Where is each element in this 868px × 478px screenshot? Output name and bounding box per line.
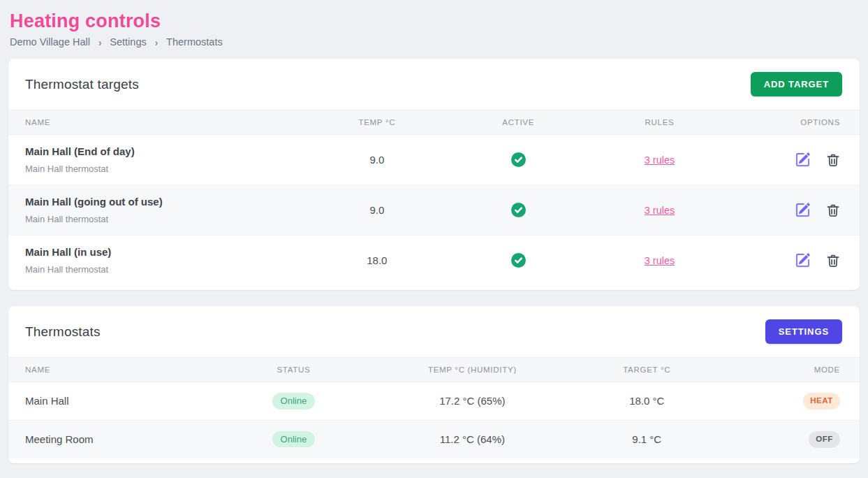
table-row: Meeting Room Online 11.2 °C (64%) 9.1 °C…: [8, 420, 860, 458]
column-header-active: ACTIVE: [448, 110, 589, 135]
target-name: Main Hall (going out of use): [25, 196, 290, 208]
target-name: Main Hall (in use): [25, 246, 290, 258]
table-row: Main Hall (going out of use) Main Hall t…: [8, 185, 860, 236]
targets-table-header-row: NAME TEMP °C ACTIVE RULES OPTIONS: [8, 110, 860, 135]
thermostat-name: Meeting Room: [25, 433, 94, 445]
column-header-mode: MODE: [715, 358, 860, 382]
thermostat-temp: 17.2 °C (65%): [439, 395, 505, 407]
column-header-rules: RULES: [589, 110, 730, 135]
thermostat-name: Main Hall: [25, 395, 69, 407]
target-subtitle: Main Hall thermostat: [25, 214, 290, 224]
status-badge: Online: [272, 431, 316, 448]
edit-icon[interactable]: [795, 152, 810, 167]
column-header-options: OPTIONS: [730, 110, 860, 135]
column-header-name: NAME: [8, 110, 307, 135]
settings-button[interactable]: SETTINGS: [765, 319, 842, 344]
target-temp: 9.0: [369, 204, 384, 216]
table-row: Main Hall Online 17.2 °C (65%) 18.0 °C H…: [8, 382, 860, 421]
page: Heating controls Demo Village Hall › Set…: [0, 0, 868, 463]
target-temp: 9.0: [369, 154, 384, 166]
target-subtitle: Main Hall thermostat: [25, 264, 290, 275]
target-subtitle: Main Hall thermostat: [25, 164, 290, 174]
active-check-icon: [511, 152, 526, 167]
column-header-temp: TEMP °C: [307, 110, 448, 135]
rules-link[interactable]: 3 rules: [645, 154, 675, 166]
thermostat-target: 18.0 °C: [629, 395, 664, 407]
thermostats-table: NAME STATUS TEMP °C (HUMIDITY) TARGET °C…: [8, 357, 860, 458]
column-header-status: STATUS: [221, 358, 366, 382]
breadcrumb: Demo Village Hall › Settings › Thermosta…: [10, 36, 860, 48]
rules-link[interactable]: 3 rules: [645, 255, 675, 266]
column-header-name: NAME: [8, 358, 221, 382]
targets-table: NAME TEMP °C ACTIVE RULES OPTIONS Main H…: [8, 110, 860, 285]
edit-icon[interactable]: [795, 203, 810, 217]
status-badge: Online: [272, 393, 316, 410]
thermostat-target: 9.1 °C: [632, 433, 661, 445]
trash-icon[interactable]: [826, 203, 840, 217]
rules-link[interactable]: 3 rules: [645, 205, 675, 216]
edit-icon[interactable]: [795, 253, 810, 268]
breadcrumb-demo-village-hall[interactable]: Demo Village Hall: [10, 36, 90, 48]
target-temp: 18.0: [367, 254, 387, 266]
mode-badge: HEAT: [803, 393, 840, 410]
table-row: Main Hall (End of day) Main Hall thermos…: [8, 135, 860, 185]
active-check-icon: [511, 203, 526, 217]
thermostats-card-header: Thermostats SETTINGS: [8, 306, 860, 357]
thermostats-card-title: Thermostats: [25, 324, 101, 340]
thermostat-temp: 11.2 °C (64%): [440, 433, 505, 445]
page-title: Heating controls: [10, 10, 860, 32]
target-name: Main Hall (End of day): [25, 145, 290, 157]
table-row: Main Hall (in use) Main Hall thermostat …: [8, 236, 860, 286]
add-target-button[interactable]: ADD TARGET: [751, 72, 842, 96]
breadcrumb-settings[interactable]: Settings: [110, 36, 146, 48]
column-header-temp: TEMP °C (HUMIDITY): [366, 358, 579, 382]
column-header-target: TARGET °C: [579, 358, 715, 382]
trash-icon[interactable]: [826, 254, 840, 268]
targets-card-title: Thermostat targets: [25, 77, 139, 92]
chevron-right-icon: ›: [98, 36, 101, 48]
active-check-icon: [511, 253, 526, 268]
targets-card-header: Thermostat targets ADD TARGET: [8, 59, 860, 110]
thermostats-card: Thermostats SETTINGS NAME STATUS TEMP °C…: [8, 306, 860, 463]
trash-icon[interactable]: [826, 153, 840, 167]
thermostat-targets-card: Thermostat targets ADD TARGET NAME TEMP …: [8, 59, 860, 290]
thermostats-table-header-row: NAME STATUS TEMP °C (HUMIDITY) TARGET °C…: [8, 358, 860, 382]
breadcrumb-thermostats: Thermostats: [166, 36, 223, 48]
chevron-right-icon: ›: [155, 36, 158, 48]
mode-badge: OFF: [809, 431, 840, 448]
